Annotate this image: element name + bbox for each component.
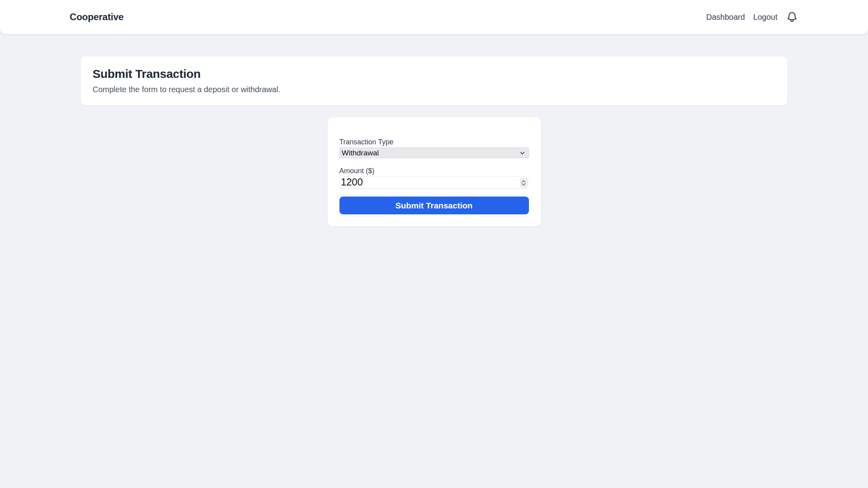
amount-input[interactable]	[339, 176, 529, 189]
stepper-down-icon	[521, 183, 526, 186]
nav-link-dashboard[interactable]: Dashboard	[706, 13, 745, 22]
transaction-type-label: Transaction Type	[339, 138, 529, 146]
transaction-type-select-wrap: Withdrawal	[339, 148, 529, 158]
brand-logo[interactable]: Cooperative	[70, 11, 124, 23]
transaction-type-select[interactable]: Withdrawal	[339, 148, 529, 158]
nav-right: Dashboard Logout	[706, 11, 798, 23]
number-stepper[interactable]	[520, 178, 528, 187]
page-intro-card: Submit Transaction Complete the form to …	[81, 57, 787, 105]
top-nav: Cooperative Dashboard Logout	[0, 0, 868, 34]
transaction-form-card: Transaction Type Withdrawal Amount ($) S…	[328, 117, 541, 226]
page-subtitle: Complete the form to request a deposit o…	[93, 84, 775, 95]
bell-icon[interactable]	[786, 11, 798, 23]
submit-transaction-button[interactable]: Submit Transaction	[339, 197, 529, 214]
page-title: Submit Transaction	[93, 66, 775, 81]
amount-label: Amount ($)	[339, 166, 529, 175]
stepper-up-icon	[521, 180, 526, 183]
nav-link-logout[interactable]: Logout	[753, 13, 777, 22]
amount-input-wrap	[339, 176, 529, 189]
